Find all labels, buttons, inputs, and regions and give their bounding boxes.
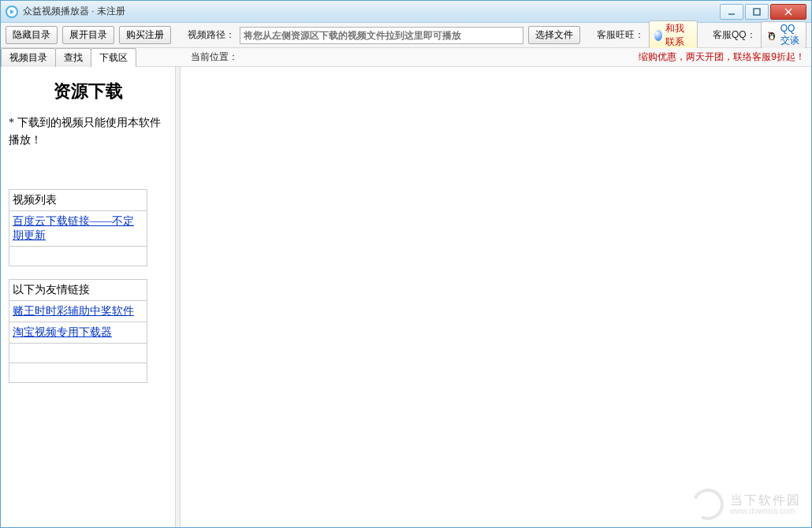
minimize-button[interactable]	[720, 4, 743, 20]
friend-links-table: 以下为友情链接 赌王时时彩辅助中奖软件 淘宝视频专用下载器	[9, 279, 147, 383]
body-area: 资源下载 * 下载到的视频只能使用本软件播放！ 视频列表 百度云下载链接——不定…	[1, 67, 811, 527]
svg-point-7	[772, 34, 773, 35]
sidebar-note: * 下载到的视频只能使用本软件播放！	[9, 114, 167, 150]
video-list-header: 视频列表	[9, 190, 147, 211]
friend-link-1[interactable]: 赌王时时彩辅助中奖软件	[13, 305, 134, 317]
svg-point-8	[771, 35, 773, 36]
friend-link-2[interactable]: 淘宝视频专用下载器	[13, 326, 112, 338]
video-list-table: 视频列表 百度云下载链接——不定期更新	[9, 189, 147, 266]
kf-qq-label: 客服QQ：	[713, 28, 756, 42]
titlebar: 众益视频播放器 · 未注册	[1, 1, 811, 23]
qq-text: QQ交谈	[780, 23, 801, 47]
svg-point-6	[769, 34, 771, 35]
table-row	[9, 363, 147, 382]
window-title: 众益视频播放器 · 未注册	[23, 5, 125, 18]
tab-video-directory[interactable]: 视频目录	[1, 48, 56, 67]
tabs: 视频目录 查找 下载区	[1, 48, 136, 67]
wangwang-icon	[654, 30, 662, 41]
tab-download-area[interactable]: 下载区	[91, 48, 136, 67]
choose-file-button[interactable]: 选择文件	[528, 26, 580, 44]
table-row	[9, 344, 147, 363]
qq-icon	[766, 30, 777, 41]
sidebar: 资源下载 * 下载到的视频只能使用本软件播放！ 视频列表 百度云下载链接——不定…	[1, 67, 176, 527]
expand-directory-button[interactable]: 展开目录	[62, 26, 114, 44]
toolbar: 隐藏目录 展开目录 购买注册 视频路径： 选择文件 客服旺旺： 和我联系 客服Q…	[1, 23, 811, 48]
app-window: 众益视频播放器 · 未注册 隐藏目录 展开目录 购买注册 视频路径： 选择文件 …	[0, 0, 812, 528]
svg-point-9	[769, 39, 771, 39]
table-row: 百度云下载链接——不定期更新	[9, 211, 147, 247]
maximize-button[interactable]	[745, 4, 769, 20]
friend-links-header: 以下为友情链接	[9, 280, 147, 301]
table-row: 淘宝视频专用下载器	[9, 322, 147, 344]
table-row	[9, 247, 147, 266]
buy-register-button[interactable]: 购买注册	[119, 26, 171, 44]
tab-search[interactable]: 查找	[55, 48, 91, 67]
svg-rect-1	[754, 9, 760, 15]
main-panel	[181, 67, 811, 527]
current-position-label: 当前位置：	[191, 50, 238, 64]
video-path-input[interactable]	[240, 27, 523, 44]
baidu-download-link[interactable]: 百度云下载链接——不定期更新	[13, 215, 134, 241]
close-button[interactable]	[770, 4, 806, 20]
wangwang-text: 和我联系	[665, 22, 692, 49]
wangwang-contact-button[interactable]: 和我联系	[649, 20, 698, 50]
subbar: 视频目录 查找 下载区 当前位置： 缩购优惠，两天开团，联络客服9折起！	[1, 48, 811, 67]
video-path-label: 视频路径：	[188, 28, 235, 42]
svg-point-10	[773, 39, 775, 39]
qq-contact-button[interactable]: QQ交谈	[761, 21, 806, 49]
app-icon	[6, 6, 18, 18]
table-row: 赌王时时彩辅助中奖软件	[9, 301, 147, 322]
sidebar-title: 资源下载	[9, 80, 167, 103]
kf-wangwang-label: 客服旺旺：	[597, 28, 644, 42]
promo-text: 缩购优惠，两天开团，联络客服9折起！	[639, 50, 805, 64]
hide-directory-button[interactable]: 隐藏目录	[6, 26, 58, 44]
